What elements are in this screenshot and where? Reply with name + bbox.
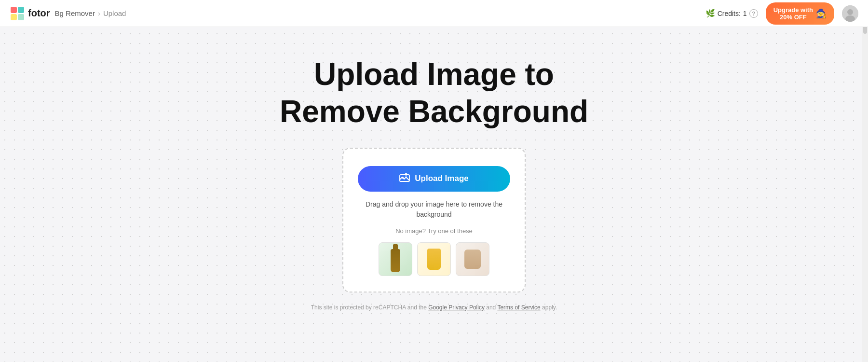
avatar-icon bbox=[842, 5, 858, 22]
footer-text: This site is protected by reCAPTCHA and … bbox=[311, 304, 557, 311]
sample-image-2[interactable] bbox=[417, 242, 451, 276]
header-right: 🌿 Credits: 1 ? Upgrade with 20% OFF 🧙 bbox=[705, 2, 858, 25]
credits-label: Credits: bbox=[718, 10, 741, 17]
leaf-icon: 🌿 bbox=[705, 9, 715, 18]
sample-image-3[interactable] bbox=[456, 242, 489, 276]
credits-badge: 🌿 Credits: 1 ? bbox=[705, 9, 758, 18]
header-left: fotor Bg Remover › Upload bbox=[10, 6, 126, 21]
footer-text-after: apply. bbox=[542, 304, 557, 311]
help-icon[interactable]: ? bbox=[749, 9, 758, 18]
breadcrumb-main: Bg Remover bbox=[55, 9, 95, 17]
svg-rect-3 bbox=[11, 14, 17, 20]
privacy-policy-link[interactable]: Google Privacy Policy bbox=[428, 304, 485, 311]
header: fotor Bg Remover › Upload 🌿 Credits: 1 ?… bbox=[0, 0, 868, 27]
terms-of-service-link[interactable]: Terms of Service bbox=[497, 304, 540, 311]
scrollbar-track[interactable] bbox=[862, 0, 868, 362]
witch-icon: 🧙 bbox=[816, 8, 827, 19]
sample-bottle-3 bbox=[464, 250, 481, 269]
breadcrumb-separator: › bbox=[98, 9, 100, 17]
upgrade-text: Upgrade with 20% OFF bbox=[773, 6, 813, 21]
main-content: Upload Image to Remove Background Upload… bbox=[0, 0, 868, 362]
upload-button[interactable]: Upload Image bbox=[358, 166, 510, 192]
logo-text: fotor bbox=[28, 8, 50, 19]
svg-point-6 bbox=[847, 9, 853, 15]
footer-and-text: and bbox=[486, 304, 496, 311]
upload-icon bbox=[399, 173, 410, 185]
footer-text-before: This site is protected by reCAPTCHA and … bbox=[311, 304, 427, 311]
sample-bottle-2 bbox=[427, 249, 441, 270]
svg-rect-1 bbox=[11, 7, 17, 13]
logo[interactable]: fotor bbox=[10, 6, 50, 21]
upload-button-label: Upload Image bbox=[415, 174, 468, 183]
sample-bottle-1 bbox=[391, 249, 400, 272]
avatar[interactable] bbox=[842, 5, 858, 22]
breadcrumb-current: Upload bbox=[103, 9, 126, 17]
fotor-logo-icon bbox=[10, 6, 25, 21]
breadcrumb: Bg Remover › Upload bbox=[55, 9, 126, 17]
upgrade-button[interactable]: Upgrade with 20% OFF 🧙 bbox=[766, 2, 834, 25]
upload-dropzone[interactable]: Upload Image Drag and drop your image he… bbox=[342, 148, 526, 292]
sample-image-1[interactable] bbox=[379, 242, 412, 276]
no-image-text: No image? Try one of these bbox=[395, 227, 473, 235]
page-title: Upload Image to Remove Background bbox=[265, 56, 603, 130]
svg-rect-2 bbox=[18, 7, 24, 13]
sample-images-row bbox=[379, 242, 489, 276]
drag-drop-text: Drag and drop your image here to remove … bbox=[358, 199, 510, 220]
credits-count: 1 bbox=[743, 10, 747, 17]
svg-rect-4 bbox=[18, 14, 24, 20]
